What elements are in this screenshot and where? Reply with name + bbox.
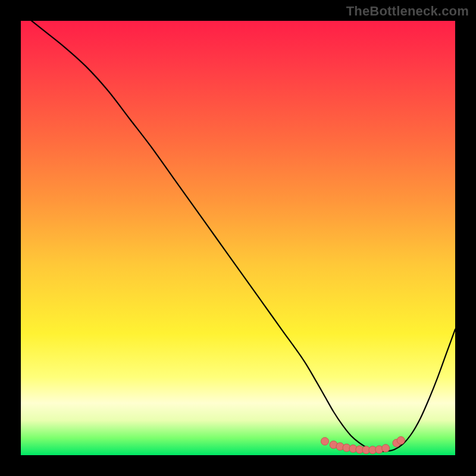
trough-marker xyxy=(397,437,405,444)
plot-area xyxy=(21,21,455,455)
watermark-text: TheBottleneck.com xyxy=(346,4,469,19)
trough-marker xyxy=(321,437,329,445)
chart-frame: TheBottleneck.com xyxy=(0,0,476,476)
trough-marker xyxy=(382,444,390,452)
curve-layer xyxy=(21,21,455,455)
bottleneck-curve xyxy=(21,12,455,451)
